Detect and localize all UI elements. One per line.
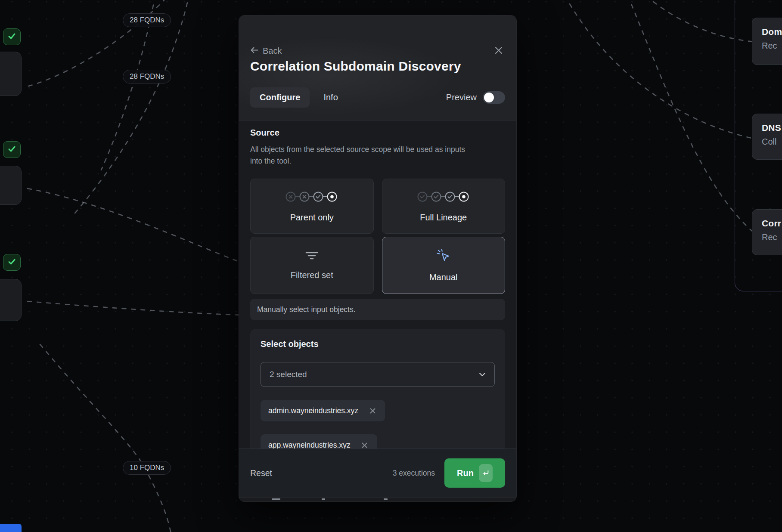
tool-node-card[interactable]: Corr Rec xyxy=(752,209,782,255)
tool-node-title: Dom xyxy=(762,27,782,37)
lineage-full-icon xyxy=(416,190,471,205)
back-label: Back xyxy=(263,46,282,56)
arrow-left-icon xyxy=(250,46,258,56)
option-parent-only[interactable]: Parent only xyxy=(250,179,374,234)
preview-toggle[interactable] xyxy=(483,91,505,104)
option-filtered-set[interactable]: Filtered set xyxy=(250,237,374,294)
reset-button[interactable]: Reset xyxy=(250,468,272,478)
cursor-click-icon xyxy=(436,248,451,265)
fqdn-count-badge[interactable]: 28 FQDNs xyxy=(123,13,171,27)
selected-object-chip: admin.wayneindustries.xyz xyxy=(261,400,385,421)
back-button[interactable]: Back xyxy=(250,46,282,56)
select-objects-heading: Select objects xyxy=(261,339,495,349)
clipped-content-fragment xyxy=(250,498,422,501)
fqdn-count-label: 28 FQDNs xyxy=(130,16,164,25)
tool-node-card[interactable]: Dom Rec xyxy=(752,18,782,65)
check-icon xyxy=(8,32,16,42)
modal-footer: Reset 3 executions Run xyxy=(239,448,516,498)
tool-node-card[interactable]: DNS Coll xyxy=(752,114,782,160)
modal-header: Back Correlation Subdomain Discovery Con… xyxy=(239,15,516,120)
toggle-knob xyxy=(484,93,494,102)
option-label: Full Lineage xyxy=(420,213,467,223)
tool-node-subtitle: Rec xyxy=(762,232,782,242)
select-objects-panel: Select objects 2 selected admin.wayneind… xyxy=(250,329,505,458)
objects-dropdown[interactable]: 2 selected xyxy=(261,362,495,387)
modal-body: Source All objects from the selected sou… xyxy=(239,120,516,501)
source-heading: Source xyxy=(250,128,505,138)
remove-chip-button[interactable] xyxy=(368,406,377,415)
source-description: All objects from the selected source sco… xyxy=(250,144,472,167)
executions-count: 3 executions xyxy=(393,469,435,478)
source-options: Parent only xyxy=(250,179,505,294)
option-label: Parent only xyxy=(290,213,334,223)
preview-control: Preview xyxy=(446,91,505,104)
modal-title: Correlation Subdomain Discovery xyxy=(250,59,461,74)
graph-canvas: 28 FQDNs 28 FQDNs 10 FQDNs Dom Rec DNS C… xyxy=(0,0,782,532)
tool-node-subtitle: Rec xyxy=(762,41,782,51)
graph-node-card[interactable] xyxy=(0,279,22,321)
fqdn-count-label: 10 FQDNs xyxy=(130,464,164,472)
tool-node-subtitle: Coll xyxy=(762,137,782,147)
preview-label: Preview xyxy=(446,93,477,102)
success-check-node[interactable] xyxy=(3,141,21,158)
clipped-blue-node[interactable] xyxy=(0,524,22,532)
tool-node-title: DNS xyxy=(762,123,782,133)
enter-key-icon xyxy=(479,464,493,482)
tool-node-title: Corr xyxy=(762,218,782,229)
close-button[interactable] xyxy=(491,44,506,59)
run-label: Run xyxy=(457,468,474,478)
lineage-parent-icon xyxy=(284,190,339,205)
option-full-lineage[interactable]: Full Lineage xyxy=(382,179,506,234)
option-label: Filtered set xyxy=(291,270,333,280)
graph-node-card[interactable] xyxy=(0,166,22,205)
success-check-node[interactable] xyxy=(3,254,21,271)
chevron-down-icon xyxy=(479,372,486,377)
source-helper-text: Manually select input objects. xyxy=(250,299,505,320)
fqdn-count-badge[interactable]: 28 FQDNs xyxy=(123,70,171,84)
tab-configure[interactable]: Configure xyxy=(250,87,310,108)
fqdn-count-label: 28 FQDNs xyxy=(130,72,164,81)
filter-icon xyxy=(305,251,319,263)
run-button[interactable]: Run xyxy=(444,458,505,488)
check-icon xyxy=(8,258,16,267)
tabs-row: Configure Info Preview xyxy=(250,85,505,109)
tab-info[interactable]: Info xyxy=(314,87,347,108)
graph-node-card[interactable] xyxy=(0,52,22,96)
option-label: Manual xyxy=(429,272,458,282)
fqdn-count-badge[interactable]: 10 FQDNs xyxy=(123,461,171,475)
check-icon xyxy=(8,145,16,155)
close-icon xyxy=(494,46,503,56)
dropdown-value: 2 selected xyxy=(270,370,307,379)
option-manual[interactable]: Manual xyxy=(382,237,506,294)
success-check-node[interactable] xyxy=(3,28,21,45)
tool-config-modal: Back Correlation Subdomain Discovery Con… xyxy=(239,15,517,502)
